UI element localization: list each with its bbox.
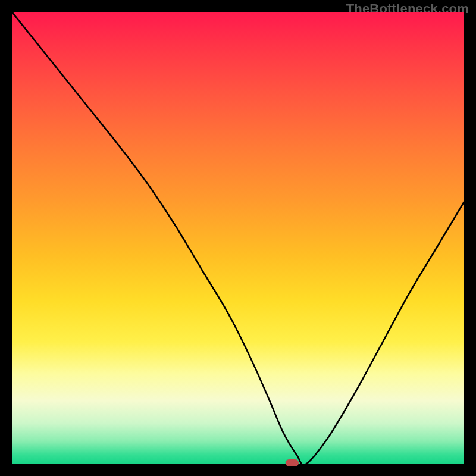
optimal-marker: [286, 459, 299, 466]
bottleneck-curve: [12, 12, 464, 464]
plot-area: [12, 12, 464, 464]
chart-frame: TheBottleneck.com: [0, 0, 476, 476]
curve-path: [12, 12, 464, 464]
